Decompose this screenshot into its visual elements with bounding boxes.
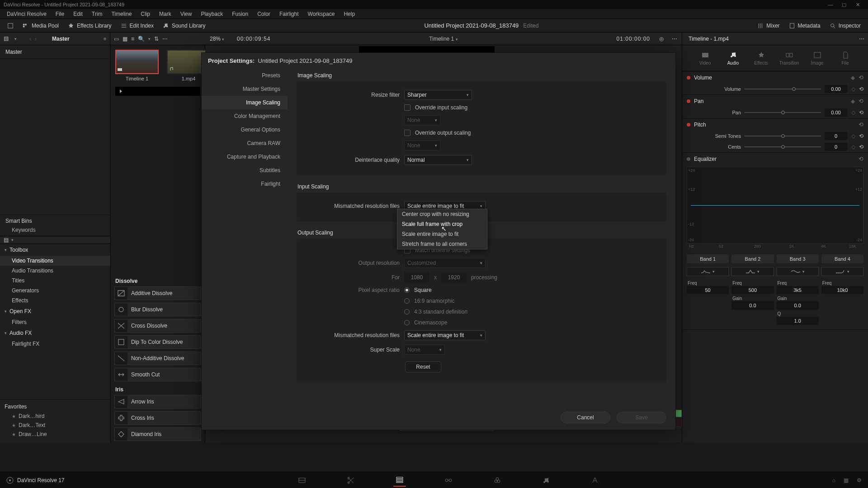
dropdown-option[interactable]: Scale entire image to fit xyxy=(397,229,487,239)
window-max-icon[interactable]: ▢ xyxy=(837,2,851,8)
menu-item[interactable]: Edit xyxy=(69,10,87,18)
reset-icon[interactable]: ⟲ xyxy=(859,74,863,81)
fullscreen-button[interactable] xyxy=(3,21,18,30)
eq-gain-value[interactable]: 0.0 xyxy=(731,301,774,310)
favorite-item[interactable]: Dark…Text xyxy=(5,421,106,430)
page-fusion[interactable] xyxy=(442,474,455,487)
home-icon[interactable]: ⌂ xyxy=(832,477,835,483)
semitone-slider[interactable] xyxy=(745,133,821,139)
modal-nav-presets[interactable]: Presets xyxy=(202,69,288,82)
keyframe-icon[interactable]: ◆ xyxy=(850,75,855,81)
transition-item[interactable]: Non-Additive Dissolve xyxy=(114,352,201,365)
timeline-name[interactable]: Timeline 1 ▾ xyxy=(429,36,458,42)
reset-icon[interactable]: ⟲ xyxy=(859,121,863,128)
modal-nav-camera-raw[interactable]: Camera RAW xyxy=(202,136,288,150)
menu-item[interactable]: Color xyxy=(253,10,274,18)
eq-gain-value[interactable]: 0.0 xyxy=(777,301,819,310)
project-manager-icon[interactable]: ▦ xyxy=(844,477,849,483)
window-close-icon[interactable]: ✕ xyxy=(851,2,864,8)
eq-q-value[interactable]: 1.0 xyxy=(777,317,819,325)
override-input-checkbox[interactable] xyxy=(404,104,410,111)
nav-prev-icon[interactable]: ‹ xyxy=(29,36,31,42)
page-edit[interactable] xyxy=(393,474,406,487)
pan-value[interactable]: 0.00 xyxy=(825,108,847,117)
menu-item[interactable]: DaVinci Resolve xyxy=(3,10,51,18)
modal-nav-general[interactable]: General Options xyxy=(202,123,288,136)
viewer-zoom[interactable]: 28% xyxy=(210,36,221,42)
fx-video-transitions[interactable]: Video Transitions xyxy=(0,256,110,266)
nav-next-icon[interactable]: › xyxy=(35,36,37,42)
bin-icon[interactable]: ▤ xyxy=(4,237,9,243)
section-pitch[interactable]: Pitch xyxy=(694,122,855,128)
page-deliver[interactable] xyxy=(589,474,601,487)
metadata-button[interactable]: Metadata xyxy=(784,21,825,30)
transition-item[interactable]: Cross Iris xyxy=(114,411,201,425)
section-equalizer[interactable]: Equalizer xyxy=(694,156,855,162)
reset-icon[interactable]: ⟲ xyxy=(859,155,863,162)
section-pan[interactable]: Pan xyxy=(694,98,847,104)
fx-audio-transitions[interactable]: Audio Transitions xyxy=(0,266,110,276)
fx-group-openfx[interactable]: Open FX xyxy=(0,305,110,317)
page-media[interactable] xyxy=(296,474,308,487)
transition-item[interactable]: Arrow Iris xyxy=(114,395,201,408)
volume-value[interactable]: 0.00 xyxy=(825,85,847,93)
page-fairlight[interactable] xyxy=(540,474,552,487)
section-enable-icon[interactable] xyxy=(687,157,690,161)
transition-item[interactable]: Blur Dissolve xyxy=(114,303,201,316)
reset-icon[interactable]: ⟲ xyxy=(859,86,863,92)
view-thumb-icon[interactable]: ▦ xyxy=(123,36,127,42)
clip-thumbnail[interactable]: Timeline 1 xyxy=(115,50,159,81)
menu-item[interactable]: Fusion xyxy=(228,10,252,18)
eq-freq-value[interactable]: 50 xyxy=(687,286,729,294)
fx-generators[interactable]: Generators xyxy=(0,286,110,296)
edit-index-button[interactable]: Edit Index xyxy=(116,21,158,30)
section-enable-icon[interactable] xyxy=(687,99,690,103)
settings-icon[interactable]: ⚙ xyxy=(857,477,862,483)
eq-freq-value[interactable]: 3k5 xyxy=(777,286,819,294)
fx-filters[interactable]: Filters xyxy=(0,317,110,327)
menu-item[interactable]: Clip xyxy=(137,10,154,18)
fx-titles[interactable]: Titles xyxy=(0,276,110,286)
modal-nav-capture[interactable]: Capture and Playback xyxy=(202,150,288,164)
fx-group-audiofx[interactable]: Audio FX xyxy=(0,327,110,339)
resize-filter-select[interactable]: Sharper▾ xyxy=(404,90,472,100)
eq-band-tab[interactable]: Band 3 xyxy=(777,254,819,263)
cancel-button[interactable]: Cancel xyxy=(561,412,610,423)
search-icon[interactable]: 🔍 xyxy=(138,36,145,42)
window-min-icon[interactable]: — xyxy=(824,2,837,7)
menu-item[interactable]: View xyxy=(176,10,196,18)
eq-shape-select[interactable]: ▾ xyxy=(821,267,863,276)
eq-shape-select[interactable]: ▾ xyxy=(731,267,774,276)
eq-band-tab[interactable]: Band 2 xyxy=(731,254,774,263)
smart-bin-keywords[interactable]: Keywords xyxy=(5,224,105,233)
view-list-icon[interactable]: ≡ xyxy=(131,36,134,42)
dropdown-option[interactable]: Stretch frame to all corners xyxy=(397,239,487,249)
menu-item[interactable]: Timeline xyxy=(107,10,136,18)
fx-effects[interactable]: Effects xyxy=(0,296,110,305)
bypass-icon[interactable]: ◎ xyxy=(659,36,664,42)
sort-icon[interactable]: ⇅ xyxy=(154,36,159,42)
dropdown-option[interactable]: Center crop with no resizing xyxy=(397,209,487,219)
bin-root[interactable]: Master xyxy=(0,45,110,59)
view-clip-icon[interactable]: ▭ xyxy=(114,36,119,42)
section-enable-icon[interactable] xyxy=(687,76,690,80)
menu-item[interactable]: Workspace xyxy=(304,10,339,18)
menu-item[interactable]: Fairlight xyxy=(275,10,303,18)
transition-item[interactable]: Diamond Iris xyxy=(114,427,201,441)
smart-bins-header[interactable]: Smart Bins xyxy=(5,218,105,224)
deinterlace-select[interactable]: Normal▾ xyxy=(404,155,472,165)
semitone-value[interactable]: 0 xyxy=(825,132,847,140)
menu-item[interactable]: Help xyxy=(340,10,359,18)
sound-library-button[interactable]: Sound Library xyxy=(158,21,210,30)
dropdown-option[interactable]: Scale full frame with crop xyxy=(397,219,487,229)
eq-shape-select[interactable]: ▾ xyxy=(777,267,819,276)
eq-freq-value[interactable]: 10k0 xyxy=(821,286,863,294)
modal-nav-color[interactable]: Color Management xyxy=(202,109,288,123)
effects-library-button[interactable]: Effects Library xyxy=(63,21,116,30)
fx-group-toolbox[interactable]: Toolbox xyxy=(0,244,110,256)
menu-item[interactable]: Mark xyxy=(155,10,175,18)
modal-nav-fairlight[interactable]: Fairlight xyxy=(202,177,288,191)
fx-fairlight-fx[interactable]: Fairlight FX xyxy=(0,339,110,349)
media-pool-button[interactable]: Media Pool xyxy=(18,21,63,30)
eq-shape-select[interactable]: ▾ xyxy=(687,267,729,276)
